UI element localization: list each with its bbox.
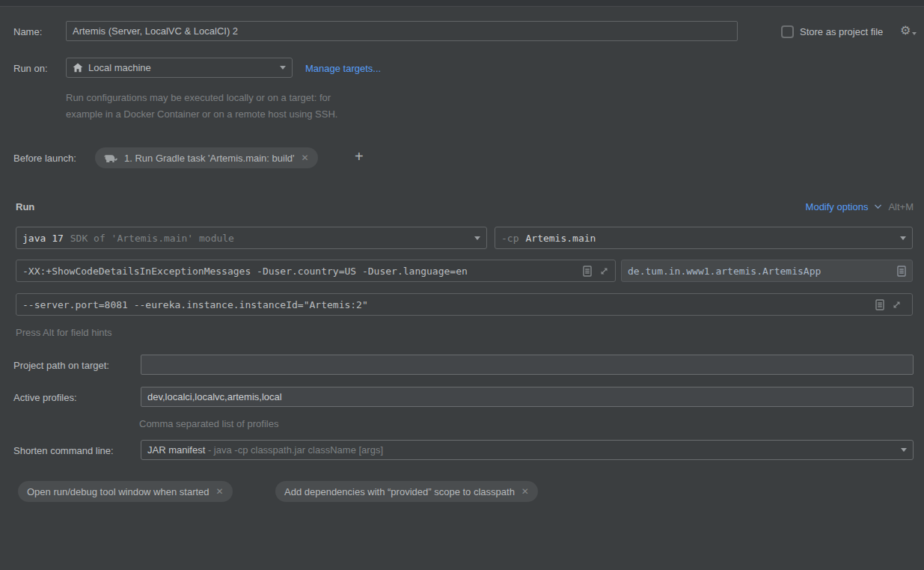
run-on-label: Run on: (13, 63, 48, 74)
run-on-combobox[interactable]: Local machine (66, 58, 293, 78)
run-on-help-line2: example in a Docker Container or on a re… (66, 108, 337, 120)
before-launch-task-label: 1. Run Gradle task 'Artemis.main: build' (124, 153, 295, 164)
store-as-project-file-checkbox[interactable] (781, 25, 794, 38)
shorten-command-line-combobox[interactable]: JAR manifest - java -cp classpath.jar cl… (141, 440, 914, 460)
store-as-project-file-label: Store as project file (800, 26, 883, 37)
before-launch-task-chip[interactable]: 1. Run Gradle task 'Artemis.main: build'… (95, 147, 318, 168)
project-path-label: Project path on target: (13, 360, 109, 371)
add-provided-dependencies-chip-label: Add dependencies with “provided” scope t… (284, 486, 515, 497)
editor-list-icon[interactable] (897, 266, 906, 277)
shorten-hint: - java -cp classpath.jar className [args… (205, 444, 383, 456)
vm-options-field[interactable]: -XX:+ShowCodeDetailsInExceptionMessages … (16, 260, 616, 282)
editor-list-icon[interactable] (583, 266, 592, 277)
run-section-title: Run (16, 201, 34, 212)
active-profiles-input[interactable]: dev,localci,localvc,artemis,local (141, 387, 914, 407)
dropdown-arrow-icon (474, 236, 480, 240)
chevron-down-icon (875, 202, 881, 209)
field-hints-text: Press Alt for field hints (16, 327, 112, 338)
window-top-strip (0, 0, 924, 7)
program-arguments-field[interactable]: --server.port=8081 --eureka.instance.ins… (16, 293, 913, 316)
remove-chip-icon[interactable]: ✕ (521, 486, 529, 497)
name-input[interactable]: Artemis (Server, LocalVC & LocalCI) 2 (66, 21, 738, 41)
chevron-down-icon (912, 32, 917, 35)
vm-options-value: -XX:+ShowCodeDetailsInExceptionMessages … (22, 266, 575, 277)
project-path-input[interactable] (141, 355, 914, 375)
jre-value: java 17 (22, 233, 64, 244)
add-provided-dependencies-chip[interactable]: Add dependencies with “provided” scope t… (275, 481, 538, 502)
modify-options-shortcut: Alt+M (888, 201, 914, 212)
home-icon (73, 63, 83, 73)
open-tool-window-chip-label: Open run/debug tool window when started (27, 486, 209, 497)
gradle-icon (104, 153, 117, 163)
active-profiles-value: dev,localci,localvc,artemis,local (147, 391, 282, 402)
cp-prefix: -cp (501, 233, 518, 244)
editor-list-icon[interactable] (875, 299, 884, 310)
jre-combobox[interactable]: java 17 SDK of 'Artemis.main' module (16, 227, 487, 249)
dropdown-arrow-icon (900, 236, 906, 240)
manage-targets-link[interactable]: Manage targets... (305, 63, 381, 74)
expand-field-icon[interactable] (599, 266, 609, 276)
jre-hint: SDK of 'Artemis.main' module (70, 233, 234, 244)
gear-icon: ⚙ (900, 25, 911, 37)
name-input-value: Artemis (Server, LocalVC & LocalCI) 2 (73, 25, 238, 37)
settings-gear-button[interactable]: ⚙ (900, 25, 917, 37)
open-tool-window-chip[interactable]: Open run/debug tool window when started … (18, 481, 233, 502)
cp-value: Artemis.main (525, 233, 596, 244)
modify-options-link[interactable]: Modify options (806, 201, 869, 212)
dropdown-arrow-icon (901, 448, 907, 452)
active-profiles-label: Active profiles: (13, 392, 77, 403)
classpath-module-combobox[interactable]: -cp Artemis.main (495, 227, 913, 249)
dropdown-arrow-icon (280, 66, 286, 70)
main-class-value: de.tum.in.www1.artemis.ArtemisApp (628, 266, 890, 277)
main-class-field[interactable]: de.tum.in.www1.artemis.ArtemisApp (621, 260, 913, 282)
remove-task-icon[interactable]: ✕ (302, 153, 309, 163)
remove-chip-icon[interactable]: ✕ (216, 486, 224, 497)
before-launch-label: Before launch: (13, 153, 76, 164)
run-on-value: Local machine (88, 62, 151, 73)
shorten-command-line-label: Shorten command line: (13, 445, 114, 456)
expand-field-icon[interactable] (892, 300, 902, 310)
run-configuration-dialog: Name: Artemis (Server, LocalVC & LocalCI… (0, 0, 924, 570)
active-profiles-hint: Comma separated list of profiles (139, 418, 278, 429)
run-on-help-line1: Run configurations may be executed local… (66, 92, 331, 103)
add-before-launch-task-button[interactable]: + (355, 149, 364, 164)
program-arguments-value: --server.port=8081 --eureka.instance.ins… (22, 299, 868, 310)
name-label: Name: (13, 26, 42, 37)
shorten-value: JAR manifest (147, 444, 205, 456)
